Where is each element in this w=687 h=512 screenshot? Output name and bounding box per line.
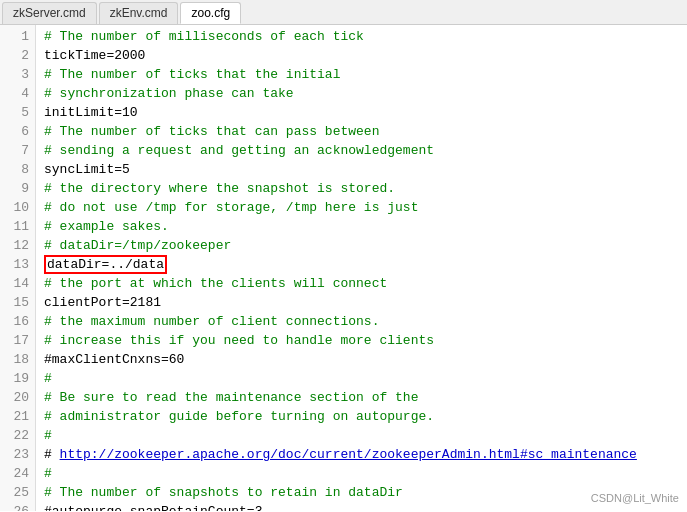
code-line: # dataDir=/tmp/zookeeper [44, 236, 687, 255]
code-line: # The number of ticks that can pass betw… [44, 122, 687, 141]
code-line: # the directory where the snapshot is st… [44, 179, 687, 198]
code-line: initLimit=10 [44, 103, 687, 122]
code-line: dataDir=../data [44, 255, 687, 274]
editor: 1234567891011121314151617181920212223242… [0, 25, 687, 511]
code-line: # do not use /tmp for storage, /tmp here… [44, 198, 687, 217]
code-area[interactable]: # The number of milliseconds of each tic… [36, 25, 687, 511]
tab-zoocfg[interactable]: zoo.cfg [180, 2, 241, 24]
code-line: # synchronization phase can take [44, 84, 687, 103]
tab-zkenv[interactable]: zkEnv.cmd [99, 2, 179, 24]
code-line: # increase this if you need to handle mo… [44, 331, 687, 350]
code-line: # Be sure to read the maintenance sectio… [44, 388, 687, 407]
code-line: # [44, 426, 687, 445]
code-line: # [44, 464, 687, 483]
code-line: clientPort=2181 [44, 293, 687, 312]
line-numbers: 1234567891011121314151617181920212223242… [0, 25, 36, 511]
code-line: # sending a request and getting an ackno… [44, 141, 687, 160]
tab-zkserver[interactable]: zkServer.cmd [2, 2, 97, 24]
code-line: # http://zookeeper.apache.org/doc/curren… [44, 445, 687, 464]
code-line: # The number of milliseconds of each tic… [44, 27, 687, 46]
code-line: # the maximum number of client connectio… [44, 312, 687, 331]
code-line: syncLimit=5 [44, 160, 687, 179]
code-line: #maxClientCnxns=60 [44, 350, 687, 369]
code-line: # the port at which the clients will con… [44, 274, 687, 293]
code-line: # example sakes. [44, 217, 687, 236]
code-line: # The number of ticks that the initial [44, 65, 687, 84]
code-line: # [44, 369, 687, 388]
code-line: tickTime=2000 [44, 46, 687, 65]
code-line: # administrator guide before turning on … [44, 407, 687, 426]
watermark: CSDN@Lit_White [591, 492, 679, 504]
tab-bar: zkServer.cmd zkEnv.cmd zoo.cfg [0, 0, 687, 25]
